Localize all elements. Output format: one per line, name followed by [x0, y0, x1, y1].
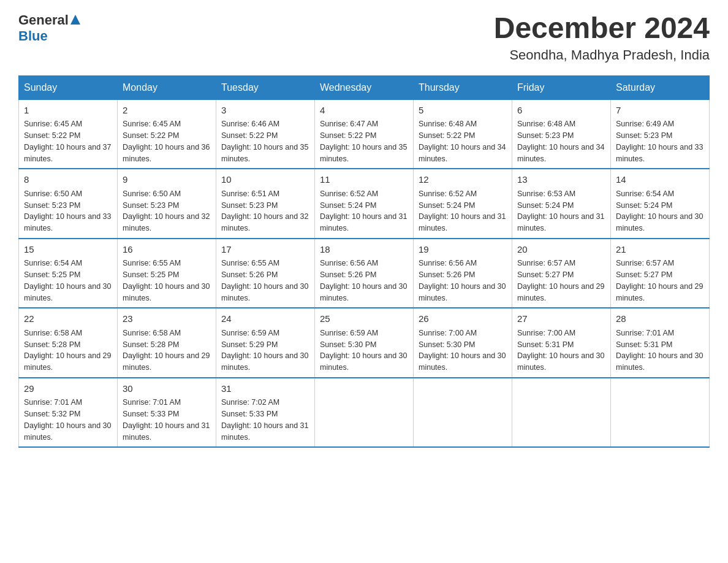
day-sunrise: Sunrise: 6:52 AM — [320, 188, 408, 200]
calendar-subtitle: Seondha, Madhya Pradesh, India — [494, 47, 710, 63]
day-sunset: Sunset: 5:26 PM — [419, 269, 507, 281]
calendar-day: 22 Sunrise: 6:58 AM Sunset: 5:28 PM Dayl… — [19, 308, 118, 378]
page-header: General Blue December 2024 Seondha, Madh… — [18, 12, 710, 63]
day-number: 17 — [221, 243, 309, 257]
day-sunset: Sunset: 5:25 PM — [123, 269, 211, 281]
day-number: 12 — [419, 173, 507, 187]
day-daylight: Daylight: 10 hours and 29 minutes. — [616, 281, 704, 304]
day-sunrise: Sunrise: 7:01 AM — [123, 397, 211, 408]
day-header-friday: Friday — [512, 75, 611, 99]
day-number: 24 — [221, 312, 309, 326]
day-header-saturday: Saturday — [611, 75, 710, 99]
calendar-day: 24 Sunrise: 6:59 AM Sunset: 5:29 PM Dayl… — [216, 308, 315, 378]
day-daylight: Daylight: 10 hours and 30 minutes. — [123, 281, 211, 304]
day-sunrise: Sunrise: 6:49 AM — [616, 118, 704, 130]
calendar-day: 31 Sunrise: 7:02 AM Sunset: 5:33 PM Dayl… — [216, 378, 315, 448]
day-number: 9 — [123, 173, 211, 187]
day-number: 3 — [221, 104, 309, 118]
calendar-day: 4 Sunrise: 6:47 AM Sunset: 5:22 PM Dayli… — [315, 99, 414, 169]
calendar-title: December 2024 — [494, 12, 710, 45]
day-number: 4 — [320, 104, 408, 118]
day-daylight: Daylight: 10 hours and 31 minutes. — [123, 420, 211, 443]
day-daylight: Daylight: 10 hours and 30 minutes. — [616, 211, 704, 234]
day-sunset: Sunset: 5:29 PM — [221, 339, 309, 351]
day-sunrise: Sunrise: 6:59 AM — [320, 327, 408, 339]
calendar-day: 1 Sunrise: 6:45 AM Sunset: 5:22 PM Dayli… — [19, 99, 118, 169]
calendar-day: 8 Sunrise: 6:50 AM Sunset: 5:23 PM Dayli… — [19, 169, 118, 239]
day-number: 10 — [221, 173, 309, 187]
day-sunrise: Sunrise: 6:47 AM — [320, 118, 408, 130]
day-daylight: Daylight: 10 hours and 30 minutes. — [320, 350, 408, 373]
day-sunrise: Sunrise: 6:54 AM — [616, 188, 704, 200]
calendar-day: 25 Sunrise: 6:59 AM Sunset: 5:30 PM Dayl… — [315, 308, 414, 378]
calendar-day: 5 Sunrise: 6:48 AM Sunset: 5:22 PM Dayli… — [414, 99, 512, 169]
day-sunset: Sunset: 5:32 PM — [24, 408, 112, 420]
day-sunset: Sunset: 5:25 PM — [24, 269, 112, 281]
calendar-day: 15 Sunrise: 6:54 AM Sunset: 5:25 PM Dayl… — [19, 239, 118, 308]
calendar-day: 21 Sunrise: 6:57 AM Sunset: 5:27 PM Dayl… — [611, 239, 710, 308]
day-daylight: Daylight: 10 hours and 33 minutes. — [24, 211, 112, 234]
day-sunset: Sunset: 5:24 PM — [616, 200, 704, 212]
day-daylight: Daylight: 10 hours and 35 minutes. — [320, 142, 408, 165]
day-sunrise: Sunrise: 7:00 AM — [517, 327, 605, 339]
calendar-day: 14 Sunrise: 6:54 AM Sunset: 5:24 PM Dayl… — [611, 169, 710, 239]
day-number: 6 — [517, 104, 605, 118]
day-sunset: Sunset: 5:28 PM — [24, 339, 112, 351]
day-sunset: Sunset: 5:26 PM — [221, 269, 309, 281]
day-number: 18 — [320, 243, 408, 257]
day-number: 16 — [123, 243, 211, 257]
calendar-day: 12 Sunrise: 6:52 AM Sunset: 5:24 PM Dayl… — [414, 169, 512, 239]
day-sunset: Sunset: 5:30 PM — [419, 339, 507, 351]
calendar-day — [611, 378, 710, 448]
calendar-day — [414, 378, 512, 448]
calendar-week-4: 22 Sunrise: 6:58 AM Sunset: 5:28 PM Dayl… — [19, 308, 710, 378]
day-sunrise: Sunrise: 7:01 AM — [616, 327, 704, 339]
day-daylight: Daylight: 10 hours and 29 minutes. — [123, 350, 211, 373]
day-sunset: Sunset: 5:26 PM — [320, 269, 408, 281]
day-sunset: Sunset: 5:22 PM — [221, 130, 309, 142]
day-sunrise: Sunrise: 6:52 AM — [419, 188, 507, 200]
day-sunset: Sunset: 5:30 PM — [320, 339, 408, 351]
day-header-tuesday: Tuesday — [216, 75, 315, 99]
calendar-day: 16 Sunrise: 6:55 AM Sunset: 5:25 PM Dayl… — [118, 239, 216, 308]
calendar-header-row: SundayMondayTuesdayWednesdayThursdayFrid… — [19, 75, 710, 99]
day-sunrise: Sunrise: 6:58 AM — [123, 327, 211, 339]
day-sunrise: Sunrise: 6:53 AM — [517, 188, 605, 200]
day-header-sunday: Sunday — [19, 75, 118, 99]
day-sunrise: Sunrise: 6:48 AM — [517, 118, 605, 130]
day-sunrise: Sunrise: 6:55 AM — [123, 258, 211, 269]
day-sunrise: Sunrise: 6:46 AM — [221, 118, 309, 130]
day-sunrise: Sunrise: 6:55 AM — [221, 258, 309, 269]
calendar-day: 13 Sunrise: 6:53 AM Sunset: 5:24 PM Dayl… — [512, 169, 611, 239]
day-header-thursday: Thursday — [414, 75, 512, 99]
day-sunset: Sunset: 5:33 PM — [123, 408, 211, 420]
day-number: 7 — [616, 104, 704, 118]
day-sunset: Sunset: 5:27 PM — [517, 269, 605, 281]
day-sunrise: Sunrise: 7:01 AM — [24, 397, 112, 408]
day-daylight: Daylight: 10 hours and 30 minutes. — [616, 350, 704, 373]
day-daylight: Daylight: 10 hours and 34 minutes. — [419, 142, 507, 165]
day-daylight: Daylight: 10 hours and 30 minutes. — [320, 281, 408, 304]
day-sunset: Sunset: 5:27 PM — [616, 269, 704, 281]
day-number: 2 — [123, 104, 211, 118]
svg-marker-0 — [70, 15, 80, 25]
day-number: 22 — [24, 312, 112, 326]
day-sunrise: Sunrise: 6:50 AM — [24, 188, 112, 200]
logo-triangle-icon — [69, 13, 82, 26]
day-daylight: Daylight: 10 hours and 35 minutes. — [221, 142, 309, 165]
day-sunrise: Sunrise: 6:59 AM — [221, 327, 309, 339]
calendar-day: 23 Sunrise: 6:58 AM Sunset: 5:28 PM Dayl… — [118, 308, 216, 378]
day-number: 30 — [123, 382, 211, 396]
day-daylight: Daylight: 10 hours and 34 minutes. — [517, 142, 605, 165]
day-sunset: Sunset: 5:24 PM — [517, 200, 605, 212]
day-number: 8 — [24, 173, 112, 187]
logo-general-text: General — [18, 12, 69, 28]
day-number: 29 — [24, 382, 112, 396]
day-daylight: Daylight: 10 hours and 30 minutes. — [419, 350, 507, 373]
day-sunset: Sunset: 5:22 PM — [419, 130, 507, 142]
day-sunset: Sunset: 5:28 PM — [123, 339, 211, 351]
day-number: 23 — [123, 312, 211, 326]
day-daylight: Daylight: 10 hours and 30 minutes. — [419, 281, 507, 304]
calendar-day: 7 Sunrise: 6:49 AM Sunset: 5:23 PM Dayli… — [611, 99, 710, 169]
day-daylight: Daylight: 10 hours and 30 minutes. — [221, 281, 309, 304]
